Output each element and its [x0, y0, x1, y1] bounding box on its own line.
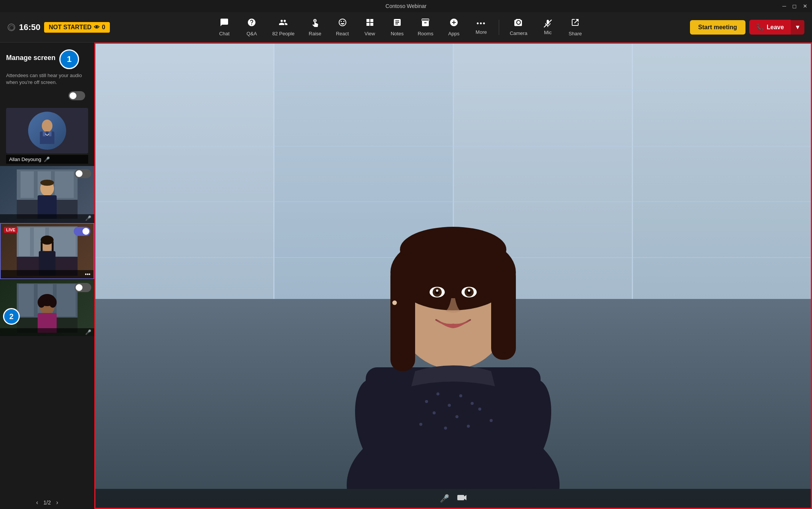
- participant-3-mic: 🎤: [85, 329, 91, 335]
- manage-screen-desc: Attendees can still hear your audio when…: [6, 72, 88, 86]
- participant-2-more[interactable]: •••: [85, 271, 90, 277]
- svg-point-56: [478, 408, 481, 411]
- window-title: Contoso Webinar: [385, 3, 427, 9]
- presenter-avatar: [28, 112, 66, 150]
- svg-point-39: [400, 227, 506, 272]
- participant-1-namebar: 🎤: [0, 214, 94, 222]
- page-indicator: 1/2: [43, 500, 51, 506]
- share-icon: [571, 18, 580, 29]
- participant-3-toggle[interactable]: [75, 283, 91, 292]
- title-bar: Contoso Webinar ─ ◻ ✕: [0, 0, 812, 12]
- svg-point-60: [490, 419, 493, 422]
- participant-3-namebar: 🎤: [0, 328, 94, 336]
- share-label: Share: [569, 31, 582, 36]
- svg-point-29: [38, 297, 45, 308]
- toolbar-people[interactable]: 82 People: [266, 16, 301, 39]
- presenter-name-bar: Allan Deyoung 🎤: [6, 155, 88, 164]
- svg-rect-24: [19, 284, 34, 316]
- toolbar-qa[interactable]: Q&A: [239, 16, 265, 39]
- toolbar-left: ◯ 16:50 NOT STARTED 👁 0: [8, 22, 110, 33]
- manage-screen-header: Manage screen 1 Attendees can still hear…: [0, 43, 94, 104]
- not-started-badge: NOT STARTED 👁 0: [44, 22, 110, 33]
- prev-page-button[interactable]: ‹: [36, 499, 38, 506]
- live-badge: LIVE: [4, 227, 17, 233]
- svg-point-59: [467, 425, 470, 428]
- video-bottom-bar: 🎤: [95, 489, 811, 508]
- notes-icon: [393, 18, 402, 29]
- toolbar-chat[interactable]: Chat: [211, 16, 237, 39]
- camera-icon: [514, 18, 523, 29]
- minimize-button[interactable]: ─: [782, 3, 786, 9]
- react-label: React: [336, 31, 349, 36]
- svg-point-50: [436, 392, 439, 395]
- participant-1-mic: 🎤: [85, 215, 91, 221]
- mic-label: Mic: [544, 30, 552, 35]
- next-page-button[interactable]: ›: [56, 499, 58, 506]
- svg-point-58: [444, 427, 447, 430]
- svg-rect-37: [390, 265, 415, 371]
- main-toggle[interactable]: [68, 91, 85, 100]
- svg-rect-6: [21, 171, 34, 198]
- svg-point-11: [40, 180, 54, 186]
- toolbar-apps[interactable]: Apps: [441, 16, 467, 39]
- pagination: ‹ 1/2 ›: [0, 495, 94, 509]
- video-mic-icon: 🎤: [440, 494, 449, 503]
- svg-point-30: [49, 297, 57, 308]
- apps-icon: [449, 18, 458, 29]
- react-icon: [338, 18, 347, 29]
- participant-2-toggle[interactable]: [74, 227, 90, 236]
- svg-point-53: [471, 402, 474, 405]
- svg-rect-26: [57, 284, 76, 316]
- phone-icon: 📞: [756, 24, 764, 31]
- mic-icon: [543, 19, 552, 28]
- svg-point-55: [455, 415, 458, 418]
- toolbar-notes[interactable]: Notes: [384, 16, 410, 39]
- more-icon: •••: [476, 20, 486, 28]
- leave-dropdown-button[interactable]: ▼: [791, 20, 804, 35]
- camera-label: Camera: [510, 30, 527, 36]
- leave-label: Leave: [767, 24, 784, 31]
- toolbar-center: Chat Q&A 82 People Raise: [111, 16, 688, 39]
- time-display: 16:50: [19, 22, 40, 32]
- close-button[interactable]: ✕: [803, 3, 807, 9]
- toolbar-react[interactable]: React: [330, 16, 355, 39]
- raise-icon: [311, 18, 320, 29]
- participant-thumb-2: LIVE •••: [0, 223, 94, 279]
- toolbar-raise[interactable]: Raise: [302, 16, 328, 39]
- rooms-icon: [421, 18, 430, 29]
- not-started-label: NOT STARTED: [49, 24, 92, 31]
- toolbar-more[interactable]: ••• More: [468, 17, 494, 37]
- step-badge-1-label: 1: [67, 54, 71, 64]
- eye-icon: 👁: [94, 24, 100, 30]
- svg-point-49: [425, 400, 428, 403]
- svg-rect-63: [457, 495, 464, 500]
- svg-point-48: [392, 300, 397, 305]
- toolbar-rooms[interactable]: Rooms: [412, 16, 439, 39]
- participant-thumb-1: 🎤: [0, 166, 94, 222]
- qa-label: Q&A: [246, 31, 257, 36]
- toolbar-camera[interactable]: Camera: [504, 16, 533, 38]
- leave-button[interactable]: 📞 Leave: [749, 20, 791, 35]
- notes-label: Notes: [391, 31, 404, 36]
- leave-button-group: 📞 Leave ▼: [749, 20, 804, 35]
- toolbar-mic[interactable]: Mic: [535, 17, 561, 38]
- people-label: 82 People: [272, 31, 295, 36]
- svg-point-52: [459, 394, 462, 397]
- left-panel: Manage screen 1 Attendees can still hear…: [0, 43, 94, 509]
- participant-1-toggle[interactable]: [75, 169, 91, 178]
- main-person-container: [301, 44, 605, 489]
- svg-point-57: [419, 423, 422, 426]
- viewer-count: 0: [102, 24, 105, 31]
- svg-point-0: [42, 120, 52, 132]
- step-badge-2-container: 2: [3, 308, 20, 325]
- raise-label: Raise: [309, 31, 321, 36]
- participant-2-namebar: •••: [1, 270, 94, 278]
- restore-button[interactable]: ◻: [792, 3, 797, 9]
- svg-point-18: [41, 236, 54, 245]
- toolbar-view[interactable]: View: [357, 16, 383, 39]
- step-badge-2-label: 2: [9, 312, 13, 321]
- toolbar-right: Start meeting 📞 Leave ▼: [690, 20, 804, 35]
- people-icon: [279, 18, 288, 29]
- start-meeting-button[interactable]: Start meeting: [690, 20, 745, 35]
- toolbar-share[interactable]: Share: [562, 16, 588, 39]
